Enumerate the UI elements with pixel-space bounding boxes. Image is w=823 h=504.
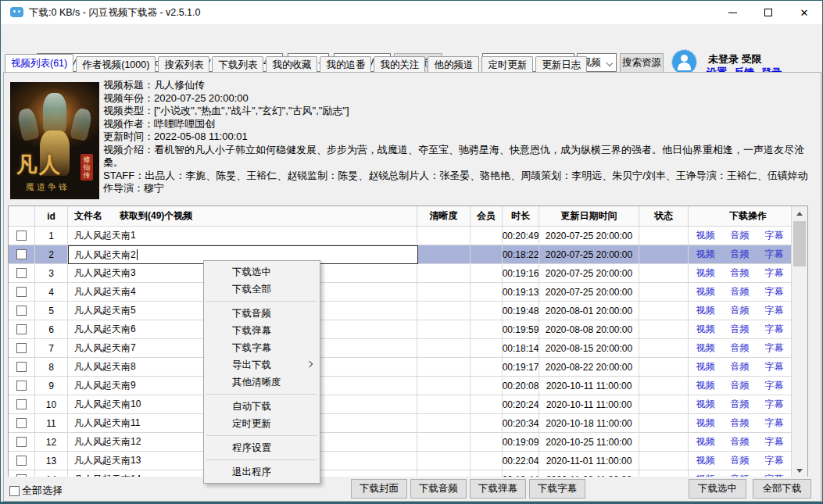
select-all-checkbox[interactable] [9,486,20,496]
row-checkbox[interactable] [16,343,27,353]
tab-他的频道[interactable]: 他的频道 [428,56,479,73]
scroll-down-button[interactable] [792,463,807,477]
table-scrollbar[interactable] [791,206,807,477]
row-checkbox[interactable] [16,381,27,391]
tab-更新日志[interactable]: 更新日志 [535,56,587,73]
download-字幕-link[interactable]: 字幕 [757,229,791,242]
download-字幕-link[interactable]: 字幕 [757,416,791,430]
row-checkbox[interactable] [16,456,27,466]
menu-item-退出程序[interactable]: 退出程序 [204,463,320,481]
download-音频-link[interactable]: 音频 [723,248,757,261]
close-button[interactable]: ✕ [786,1,822,24]
row-checkbox[interactable] [16,362,27,372]
download-audio-button[interactable]: 下载音频 [410,479,467,499]
download-字幕-link[interactable]: 字幕 [757,248,791,261]
download-视频-link[interactable]: 视频 [689,398,723,411]
minimize-button[interactable] [714,1,750,24]
download-音频-link[interactable]: 音频 [723,454,757,467]
row-checkbox-cell [9,358,35,376]
table-row[interactable]: 3凡人风起天南300:19:162020-07-25 20:00:00视频音频字… [9,264,791,283]
download-subtitle-button[interactable]: 下载字幕 [529,479,585,499]
menu-item-程序设置[interactable]: 程序设置 [204,439,320,456]
tab-视频列表(61)[interactable]: 视频列表(61) [5,54,73,73]
table-row[interactable]: 11凡人风起天南1100:20:342020-10-18 11:00:00视频音… [9,414,791,433]
download-视频-link[interactable]: 视频 [689,360,723,374]
download-字幕-link[interactable]: 字幕 [757,341,791,355]
download-视频-link[interactable]: 视频 [689,454,723,467]
menu-item-下载音频[interactable]: 下载音频 [204,305,320,322]
download-音频-link[interactable]: 音频 [723,416,757,430]
row-checkbox[interactable] [16,324,27,334]
download-字幕-link[interactable]: 字幕 [757,266,791,280]
menu-item-定时更新[interactable]: 定时更新 [204,415,320,432]
table-row[interactable]: 13凡人风起天南1300:22:042020-11-01 11:00:00视频音… [9,452,791,470]
tab-搜索列表[interactable]: 搜索列表 [158,56,209,73]
tab-我的收藏[interactable]: 我的收藏 [266,56,317,73]
download-音频-link[interactable]: 音频 [723,435,757,449]
download-视频-link[interactable]: 视频 [689,304,723,317]
row-checkbox[interactable] [16,418,27,428]
menu-item-下载弹幕[interactable]: 下载弹幕 [204,322,320,339]
download-视频-link[interactable]: 视频 [689,323,723,336]
download-视频-link[interactable]: 视频 [689,379,723,392]
menu-item-导出下载[interactable]: 导出下载 [204,356,320,374]
table-row[interactable]: 4凡人风起天南400:19:132020-07-25 20:00:00视频音频字… [9,283,791,302]
download-视频-link[interactable]: 视频 [689,229,723,242]
table-row[interactable]: 10凡人风起天南1000:20:242020-10-11 11:00:00视频音… [9,395,791,414]
row-checkbox[interactable] [16,268,27,278]
row-checkbox[interactable] [16,231,27,241]
menu-item-其他清晰度[interactable]: 其他清晰度 [204,374,320,391]
tab-我的追番[interactable]: 我的追番 [320,56,371,73]
tab-下载列表[interactable]: 下载列表 [212,56,263,73]
table-row[interactable]: 8凡人风起天南800:19:172020-08-22 20:00:00视频音频字… [9,358,791,377]
download-all-button[interactable]: 全部下载 [753,479,811,499]
table-row[interactable]: 7凡人风起天南700:18:142020-08-15 20:00:00视频音频字… [9,339,791,358]
download-音频-link[interactable]: 音频 [723,379,757,392]
menu-item-下载字幕[interactable]: 下载字幕 [204,339,320,356]
scroll-up-button[interactable] [792,206,807,220]
download-视频-link[interactable]: 视频 [689,248,723,261]
row-checkbox[interactable] [16,399,27,409]
download-音频-link[interactable]: 音频 [723,398,757,411]
download-字幕-link[interactable]: 字幕 [757,379,791,392]
menu-item-下载全部[interactable]: 下载全部 [204,281,320,298]
download-视频-link[interactable]: 视频 [689,416,723,430]
row-checkbox[interactable] [16,287,27,297]
download-selected-button[interactable]: 下载选中 [689,479,746,499]
table-row[interactable]: 1凡人风起天南100:20:492020-07-25 20:00:00视频音频字… [9,227,791,245]
download-danmaku-button[interactable]: 下载弹幕 [470,479,526,499]
download-音频-link[interactable]: 音频 [723,285,757,298]
download-音频-link[interactable]: 音频 [723,266,757,280]
download-音频-link[interactable]: 音频 [723,229,757,242]
download-视频-link[interactable]: 视频 [689,266,723,280]
table-row[interactable]: 5凡人风起天南500:19:482020-08-01 20:00:00视频音频字… [9,302,791,320]
download-cover-button[interactable]: 下载封面 [351,479,407,499]
download-字幕-link[interactable]: 字幕 [757,304,791,317]
tab-我的关注[interactable]: 我的关注 [374,56,425,73]
tab-定时更新[interactable]: 定时更新 [481,56,533,73]
download-音频-link[interactable]: 音频 [723,341,757,355]
download-音频-link[interactable]: 音频 [723,304,757,317]
tab-作者视频(1000)[interactable]: 作者视频(1000) [76,56,156,73]
table-row[interactable]: 12凡人风起天南1200:19:092020-10-25 11:00:00视频音… [9,433,791,452]
row-checkbox[interactable] [16,249,27,259]
download-字幕-link[interactable]: 字幕 [757,360,791,374]
download-视频-link[interactable]: 视频 [689,285,723,298]
download-字幕-link[interactable]: 字幕 [757,454,791,467]
download-字幕-link[interactable]: 字幕 [757,398,791,411]
download-字幕-link[interactable]: 字幕 [757,323,791,336]
maximize-button[interactable] [750,1,786,24]
download-字幕-link[interactable]: 字幕 [757,435,791,449]
table-row[interactable]: 9凡人风起天南900:20:082020-10-11 11:00:00视频音频字… [9,377,791,395]
download-字幕-link[interactable]: 字幕 [757,285,791,298]
row-checkbox[interactable] [16,306,27,316]
download-音频-link[interactable]: 音频 [723,360,757,374]
row-checkbox[interactable] [16,437,27,447]
download-音频-link[interactable]: 音频 [723,323,757,336]
menu-item-下载选中[interactable]: 下载选中 [204,263,320,281]
menu-item-自动下载[interactable]: 自动下载 [204,398,320,415]
download-视频-link[interactable]: 视频 [689,341,723,355]
scrollbar-thumb[interactable] [793,221,806,266]
download-视频-link[interactable]: 视频 [689,435,723,449]
table-row[interactable]: 6凡人风起天南600:19:592020-08-08 20:00:00视频音频字… [9,320,791,339]
